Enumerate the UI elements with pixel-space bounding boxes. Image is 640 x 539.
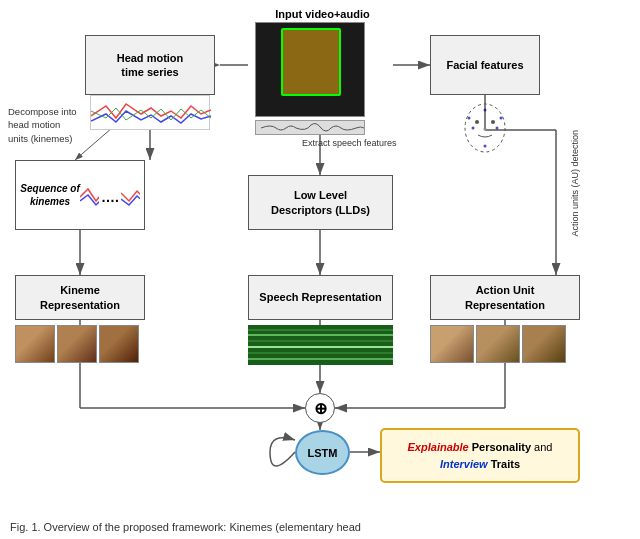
speech-spectrogram — [248, 325, 393, 365]
svg-point-23 — [472, 127, 475, 130]
svg-point-28 — [484, 145, 487, 148]
result-traits: Traits — [488, 458, 520, 470]
head-motion-box: Head motion time series — [85, 35, 215, 95]
caption: Fig. 1. Overview of the proposed framewo… — [10, 520, 630, 535]
audio-waveform — [255, 120, 365, 135]
diagram: Input video+audio Head motion time serie… — [0, 0, 640, 500]
svg-point-26 — [500, 117, 503, 120]
kineme-rep-box: Kineme Representation — [15, 275, 145, 320]
extract-speech-label: Extract speech features — [302, 138, 397, 148]
facial-dots-image — [455, 100, 515, 155]
svg-point-20 — [475, 120, 479, 124]
plus-circle: ⊕ — [305, 393, 335, 423]
svg-point-24 — [496, 127, 499, 130]
au-images — [430, 325, 580, 365]
lld-box: Low Level Descriptors (LLDs) — [248, 175, 393, 230]
sequence-kinemes-box: Sequence of kinemes …. — [15, 160, 145, 230]
svg-point-27 — [484, 109, 487, 112]
result-explainable: Explainable — [408, 441, 469, 453]
svg-point-21 — [491, 120, 495, 124]
svg-point-25 — [468, 117, 471, 120]
au-rep-box: Action Unit Representation — [430, 275, 580, 320]
facial-features-box: Facial features — [430, 35, 540, 95]
action-units-label: Action units (AU) detection — [570, 130, 580, 237]
input-video-label: Input video+audio — [260, 8, 385, 20]
speech-rep-box: Speech Representation — [248, 275, 393, 320]
result-interview: Interview — [440, 458, 488, 470]
lstm-circle: LSTM — [295, 430, 350, 475]
result-box: Explainable Personality and Interview Tr… — [380, 428, 580, 483]
input-video-frame — [255, 22, 365, 117]
result-and: and — [531, 441, 552, 453]
head-motion-chart — [90, 95, 210, 130]
kineme-images — [15, 325, 145, 365]
svg-point-22 — [484, 128, 487, 131]
result-personality: Personality — [469, 441, 531, 453]
decompose-label: Decompose into head motion units (kineme… — [8, 105, 78, 145]
